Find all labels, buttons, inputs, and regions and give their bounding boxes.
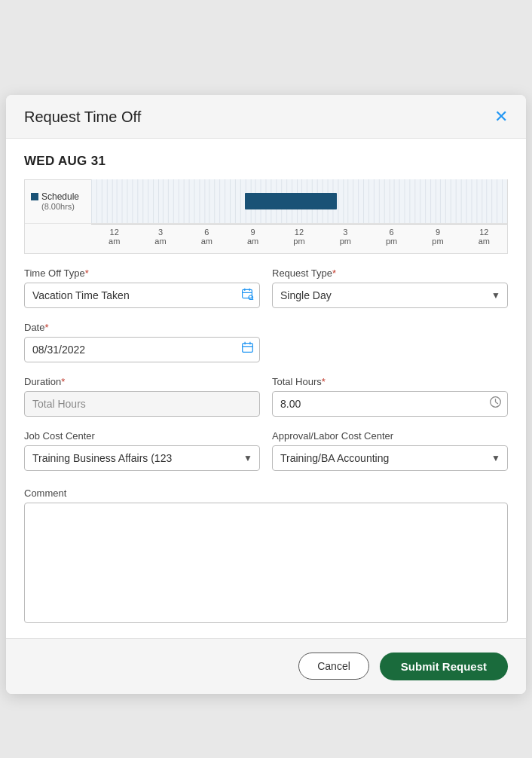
job-cost-field: Job Cost Center Training Business Affair… — [24, 430, 260, 471]
chart-row-schedule: Schedule (8.00hrs) — [25, 180, 507, 224]
close-button[interactable]: ✕ — [494, 109, 508, 125]
time-tick-5: 3 pm — [323, 228, 368, 246]
approval-cost-select[interactable]: Training/BA Accounting — [272, 445, 508, 471]
date-row: Date* — [24, 322, 508, 362]
form-row-1: Time Off Type* — [24, 267, 508, 308]
cancel-button[interactable]: Cancel — [298, 653, 369, 680]
approval-cost-label: Approval/Labor Cost Center — [272, 430, 508, 442]
request-type-field: Request Type* Single Day Multiple Days P… — [272, 267, 508, 308]
schedule-chart: Schedule (8.00hrs) 12 am 3 — [24, 179, 508, 254]
modal-header: Request Time Off ✕ — [6, 95, 526, 139]
approval-cost-select-wrapper: Training/BA Accounting ▼ — [272, 445, 508, 471]
time-tick-4: 12 pm — [276, 228, 322, 246]
required-star-4: * — [61, 376, 65, 387]
chart-timeline — [91, 179, 507, 223]
date-input[interactable] — [24, 337, 260, 362]
time-tick-2: 6 am — [184, 228, 230, 246]
duration-input — [24, 391, 260, 417]
total-hours-label: Total Hours* — [272, 376, 508, 387]
total-hours-field: Total Hours* — [272, 376, 508, 417]
time-tick-8: 12 am — [461, 228, 507, 246]
required-star-1: * — [85, 267, 89, 279]
time-off-type-input[interactable] — [24, 283, 260, 308]
time-axis: 12 am 3 am 6 am 9 am — [91, 224, 507, 253]
form-row-3: Duration* Total Hours* — [24, 376, 508, 417]
time-tick-7: 9 pm — [414, 228, 460, 246]
job-cost-select[interactable]: Training Business Affairs (123 — [24, 445, 260, 471]
required-star-5: * — [322, 376, 326, 387]
request-time-off-modal: Request Time Off ✕ WED AUG 31 Schedule (… — [6, 95, 526, 694]
modal-title: Request Time Off — [24, 109, 141, 126]
date-heading: WED AUG 31 — [24, 154, 508, 169]
chart-label-name: Schedule — [31, 191, 85, 202]
submit-button[interactable]: Submit Request — [380, 653, 508, 680]
request-type-label: Request Type* — [272, 267, 508, 279]
time-off-type-wrapper — [24, 283, 260, 308]
schedule-label-text: Schedule — [41, 191, 79, 202]
comment-section: Comment — [24, 488, 508, 626]
comment-label: Comment — [24, 488, 508, 499]
time-tick-6: 6 pm — [368, 228, 414, 246]
modal-footer: Cancel Submit Request — [6, 638, 526, 694]
required-star-3: * — [44, 322, 48, 333]
chart-label: Schedule (8.00hrs) — [25, 191, 91, 211]
date-input-wrapper — [24, 337, 260, 362]
duration-label: Duration* — [24, 376, 260, 387]
time-tick-3: 9 am — [230, 228, 276, 246]
time-off-type-label: Time Off Type* — [24, 267, 260, 279]
required-star-2: * — [332, 267, 336, 279]
time-tick-0: 12 am — [91, 228, 137, 246]
date-label: Date* — [24, 322, 508, 333]
legend-dot-schedule — [31, 193, 38, 200]
job-cost-label: Job Cost Center — [24, 430, 260, 442]
form-row-4: Job Cost Center Training Business Affair… — [24, 430, 508, 471]
approval-cost-field: Approval/Labor Cost Center Training/BA A… — [272, 430, 508, 471]
total-hours-input[interactable] — [272, 391, 508, 417]
time-tick-1: 3 am — [137, 228, 183, 246]
request-type-select[interactable]: Single Day Multiple Days Partial Day — [272, 283, 508, 308]
comment-textarea[interactable] — [24, 503, 508, 623]
chart-hours: (8.00hrs) — [31, 202, 85, 211]
job-cost-select-wrapper: Training Business Affairs (123 ▼ — [24, 445, 260, 471]
time-off-type-field: Time Off Type* — [24, 267, 260, 308]
modal-body: WED AUG 31 Schedule (8.00hrs) — [6, 139, 526, 638]
duration-field: Duration* — [24, 376, 260, 417]
total-hours-wrapper — [272, 391, 508, 417]
schedule-bar — [245, 193, 336, 209]
request-type-select-wrapper: Single Day Multiple Days Partial Day ▼ — [272, 283, 508, 308]
